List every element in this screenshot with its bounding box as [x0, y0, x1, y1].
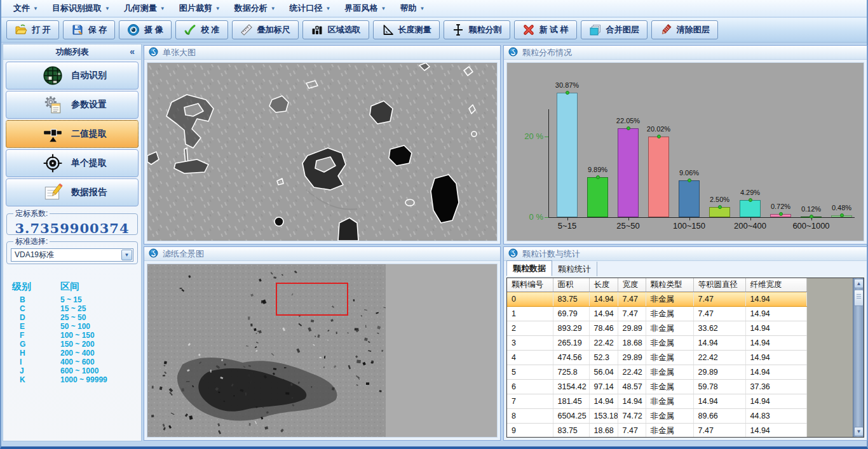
microscope-image	[147, 63, 498, 241]
toolbar-button-1[interactable]: 打 开	[6, 20, 59, 39]
table-row-3[interactable]: 3265.1922.4218.68非金属14.9414.94	[507, 336, 806, 351]
table-cell: 59.78	[693, 380, 745, 394]
toolbar-button-7[interactable]: 长度测量	[373, 20, 440, 39]
menu-item-label: 几何测量	[124, 3, 157, 14]
menu-bar: 文件▼目标识别提取▼几何测量▼图片裁剪▼数据分析▼统计口径▼界面风格▼帮助▼	[1, 0, 867, 17]
level-range: 400 ~ 600	[60, 358, 95, 366]
level-letter: B	[12, 295, 60, 304]
statistics-table: 颗料编号面积长度宽度颗粒类型等积圆直径纤维宽度083.7514.947.47非金…	[507, 278, 807, 438]
scroll-thumb[interactable]	[854, 290, 864, 306]
x-tick-label: 25~50	[603, 221, 654, 231]
sidebar-button-5[interactable]: 数据报告	[6, 178, 139, 206]
menu-item-3[interactable]: 几何测量▼	[117, 1, 172, 16]
panel-title-text: 单张大图	[163, 47, 196, 58]
toolbar-button-11[interactable]: 清除图层	[651, 20, 718, 39]
scroll-up-icon[interactable]: ▲	[854, 279, 864, 288]
panel-panorama: 滤纸全景图	[144, 246, 501, 441]
x-tick	[811, 218, 812, 220]
menu-item-5[interactable]: 数据分析▼	[227, 1, 283, 16]
statistics-tabs: 颗粒数据颗粒统计	[506, 262, 597, 276]
toolbar-button-5[interactable]: 叠加标尺	[232, 20, 299, 39]
table-cell: 7.47	[618, 292, 646, 307]
column-header[interactable]: 颗料编号	[507, 278, 553, 292]
tab-particle-data[interactable]: 颗粒数据	[506, 260, 552, 276]
toolbar-button-8[interactable]: 颗粒分割	[444, 20, 510, 39]
level-letter: F	[12, 331, 60, 340]
table-row-2[interactable]: 2893.2978.4629.89非金属33.6214.94	[507, 321, 806, 336]
menu-item-2[interactable]: 目标识别提取▼	[45, 1, 117, 16]
level-row: K1000 ~ 99999	[12, 375, 136, 384]
column-header[interactable]: 长度	[589, 278, 618, 292]
level-letter: G	[12, 340, 60, 349]
level-range: 15 ~ 25	[60, 304, 86, 313]
vertical-scrollbar[interactable]: ▲ ▼	[853, 278, 864, 437]
menu-item-4[interactable]: 图片裁剪▼	[172, 1, 227, 16]
data-report-icon	[42, 182, 64, 203]
toolbar-button-label: 颗粒分割	[469, 24, 502, 36]
single-image-canvas[interactable]	[147, 62, 498, 241]
table-row-5[interactable]: 5725.856.0422.42非金属29.8914.94	[507, 365, 806, 380]
table-row-0[interactable]: 083.7514.947.47非金属7.4714.94	[507, 292, 806, 307]
table-cell: 74.72	[618, 409, 646, 424]
chevron-down-icon: ▼	[215, 6, 220, 11]
x-tick	[567, 218, 568, 220]
sidebar-button-3[interactable]: 二值提取	[6, 120, 139, 148]
collapse-icon[interactable]: «	[130, 46, 135, 57]
chevron-down-icon: ▼	[33, 6, 38, 11]
table-row-4[interactable]: 4474.5652.329.89非金属22.4214.94	[507, 351, 806, 365]
standard-group: 标准选择: VDA19标准 ▼	[6, 236, 138, 264]
tab-particle-stats[interactable]: 颗粒统计	[552, 262, 597, 276]
column-header[interactable]: 宽度	[618, 278, 646, 292]
sidebar-button-label: 参数设置	[71, 99, 107, 111]
toolbar-button-label: 长度测量	[398, 24, 431, 36]
table-cell: 6504.25	[553, 409, 589, 424]
table-row-8[interactable]: 86504.25153.1874.72非金属89.6644.83	[507, 409, 806, 424]
table-row-6[interactable]: 63154.4297.1448.57非金属59.7837.36	[507, 380, 806, 394]
standard-label: 标准选择:	[13, 236, 50, 247]
table-cell: 69.79	[553, 307, 589, 321]
level-col-header: 级别	[12, 281, 60, 293]
sidebar-button-1[interactable]: 自动识别	[6, 62, 139, 90]
menu-item-1[interactable]: 文件▼	[6, 1, 45, 16]
sidebar-button-2[interactable]: 参数设置	[6, 91, 139, 119]
level-range: 5 ~ 15	[60, 295, 82, 304]
bar-marker-icon	[779, 212, 783, 216]
toolbar-button-4[interactable]: 校 准	[175, 20, 228, 39]
panorama-canvas[interactable]	[147, 264, 498, 438]
y-tick	[545, 137, 548, 137]
toolbar-button-10[interactable]: 合并图层	[581, 20, 648, 39]
toolbar-button-label: 清除图层	[677, 24, 710, 36]
table-cell: 14.94	[618, 394, 646, 409]
open-folder-icon	[15, 23, 27, 36]
menu-item-8[interactable]: 帮助▼	[393, 1, 431, 16]
sidebar-button-4[interactable]: 单个提取	[6, 149, 139, 177]
toolbar-button-6[interactable]: 区域选取	[302, 20, 369, 39]
table-cell: 0	[507, 292, 553, 307]
table-row-9[interactable]: 983.7518.687.47非金属7.4714.94	[507, 424, 806, 438]
single-extract-icon	[42, 152, 64, 174]
scroll-down-icon[interactable]: ▼	[854, 427, 864, 436]
column-header[interactable]: 等积圆直径	[693, 278, 745, 292]
table-cell: 14.94	[745, 424, 806, 438]
column-header[interactable]: 面积	[553, 278, 589, 292]
dropdown-arrow-icon[interactable]: ▼	[121, 250, 132, 260]
table-row-1[interactable]: 169.7914.947.47非金属7.4714.94	[507, 307, 806, 321]
sidebar-button-label: 单个提取	[71, 157, 107, 169]
standard-select[interactable]: VDA19标准 ▼	[11, 248, 133, 262]
table-cell: 14.94	[693, 394, 745, 409]
toolbar-button-3[interactable]: 摄 像	[119, 20, 172, 39]
auto-recognition-icon	[42, 65, 64, 86]
column-header[interactable]: 纤维宽度	[745, 278, 806, 292]
chevron-down-icon: ▼	[271, 6, 276, 11]
menu-item-6[interactable]: 统计口径▼	[283, 1, 338, 16]
bar-25~50	[618, 128, 639, 217]
table-row-7[interactable]: 7181.4514.9414.94非金属14.9414.94	[507, 394, 806, 409]
panel-single-image-title: 单张大图	[144, 46, 500, 60]
x-tick-label: 100~150	[664, 221, 715, 231]
toolbar-button-9[interactable]: 新 试 样	[514, 20, 577, 39]
table-cell: 非金属	[646, 351, 693, 365]
toolbar-button-2[interactable]: 保 存	[63, 20, 116, 39]
column-header[interactable]: 颗粒类型	[646, 278, 693, 292]
panel-distribution-title: 颗粒分布情况	[504, 46, 867, 60]
menu-item-7[interactable]: 界面风格▼	[338, 1, 393, 16]
